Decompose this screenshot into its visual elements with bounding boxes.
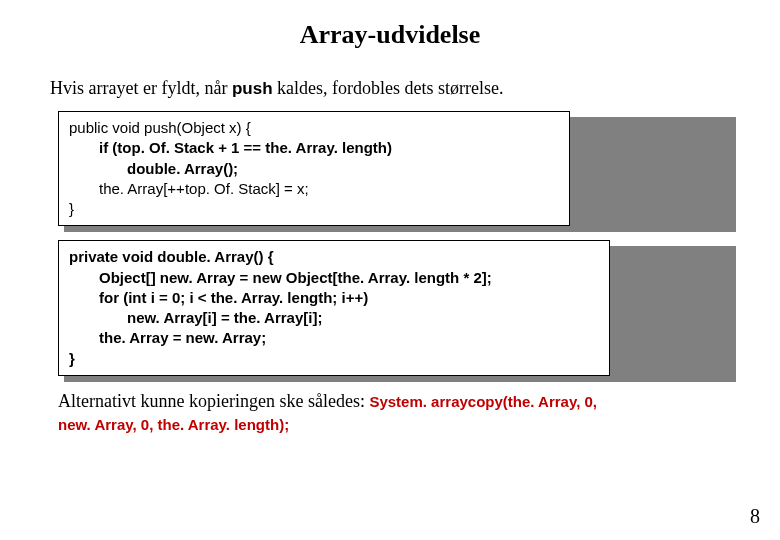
code2-l1c: () { [254,248,274,265]
alternative-text: Alternativt kunne kopieringen ske sålede… [58,390,730,437]
code2-line5: the. Array = new. Array; [69,328,599,348]
alt-prefix: Alternativt kunne kopieringen ske sålede… [58,391,369,411]
code-block-1: public void push(Object x) {if (top. Of.… [58,111,570,226]
code-block-1-wrap: public void push(Object x) {if (top. Of.… [58,111,730,226]
intro-keyword: push [232,79,273,98]
alt-code-line1: System. arraycopy(the. Array, 0, [369,393,597,410]
code2-line3: for (int i = 0; i < the. Array. length; … [69,288,599,308]
code1-line1: public void push(Object x) { [69,118,559,138]
code2-line4: new. Array[i] = the. Array[i]; [69,308,599,328]
code2-line2: Object[] new. Array = new Object[the. Ar… [69,268,599,288]
code1-line2: if (top. Of. Stack + 1 == the. Array. le… [69,138,559,158]
code1-line4: the. Array[++top. Of. Stack] = x; [69,179,559,199]
code2-line6: } [69,349,599,369]
code2-l1a: private void [69,248,157,265]
alt-code-line2: new. Array, 0, the. Array. length); [58,416,289,433]
code2-l1b: double. Array [157,248,253,265]
code2-line1: private void double. Array() { [69,247,599,267]
slide: Array-udvidelse Hvis arrayet er fyldt, n… [0,0,780,540]
intro-part1: Hvis arrayet er fyldt, når [50,78,232,98]
code-block-2: private void double. Array() {Object[] n… [58,240,610,376]
intro-text: Hvis arrayet er fyldt, når push kaldes, … [50,78,730,99]
slide-title: Array-udvidelse [50,20,730,50]
page-number: 8 [750,505,760,528]
intro-part2: kaldes, fordobles dets størrelse. [273,78,504,98]
code1-line5: } [69,199,559,219]
code1-line3: double. Array(); [69,159,559,179]
code-block-2-wrap: private void double. Array() {Object[] n… [58,240,730,376]
